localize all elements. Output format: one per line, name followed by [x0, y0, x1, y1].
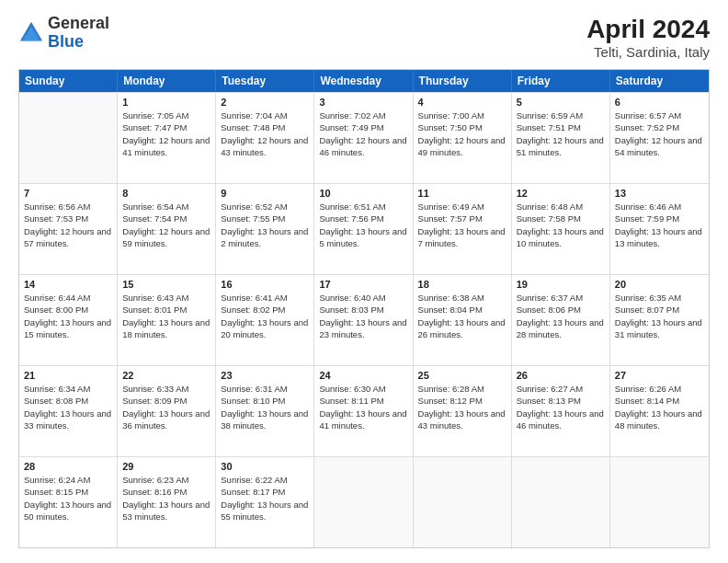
day-number: 8: [122, 188, 210, 199]
calendar-cell: 21Sunrise: 6:34 AM Sunset: 8:08 PM Dayli…: [19, 366, 118, 456]
calendar-body: 1Sunrise: 7:05 AM Sunset: 7:47 PM Daylig…: [19, 92, 709, 547]
calendar-header-cell: Tuesday: [216, 70, 314, 92]
calendar-cell: 3Sunrise: 7:02 AM Sunset: 7:49 PM Daylig…: [314, 93, 413, 183]
cell-info: Sunrise: 7:04 AM Sunset: 7:48 PM Dayligh…: [221, 109, 309, 158]
day-number: 11: [418, 188, 506, 199]
day-number: 18: [418, 279, 506, 290]
cell-info: Sunrise: 6:59 AM Sunset: 7:51 PM Dayligh…: [517, 109, 605, 158]
calendar-cell: 15Sunrise: 6:43 AM Sunset: 8:01 PM Dayli…: [118, 275, 216, 365]
logo: General Blue: [18, 15, 109, 52]
calendar-cell: 2Sunrise: 7:04 AM Sunset: 7:48 PM Daylig…: [216, 93, 314, 183]
cell-info: Sunrise: 6:24 AM Sunset: 8:15 PM Dayligh…: [24, 474, 112, 523]
calendar-cell: [610, 457, 709, 547]
cell-info: Sunrise: 6:22 AM Sunset: 8:17 PM Dayligh…: [221, 474, 309, 523]
page: General Blue April 2024 Telti, Sardinia,…: [0, 0, 728, 563]
calendar-header-cell: Wednesday: [314, 70, 413, 92]
calendar-cell: [19, 93, 118, 183]
cell-info: Sunrise: 6:35 AM Sunset: 8:07 PM Dayligh…: [615, 292, 704, 340]
cell-info: Sunrise: 6:28 AM Sunset: 8:12 PM Dayligh…: [418, 383, 506, 431]
day-number: 9: [221, 188, 309, 199]
calendar-header-cell: Saturday: [610, 70, 709, 92]
day-number: 4: [418, 97, 506, 108]
cell-info: Sunrise: 6:41 AM Sunset: 8:02 PM Dayligh…: [221, 292, 309, 340]
cell-info: Sunrise: 6:46 AM Sunset: 7:59 PM Dayligh…: [615, 201, 704, 249]
calendar-header-cell: Monday: [118, 70, 216, 92]
calendar-row: 28Sunrise: 6:24 AM Sunset: 8:15 PM Dayli…: [19, 456, 709, 547]
calendar-cell: 13Sunrise: 6:46 AM Sunset: 7:59 PM Dayli…: [610, 184, 709, 274]
logo-text: General Blue: [48, 15, 109, 52]
cell-info: Sunrise: 7:02 AM Sunset: 7:49 PM Dayligh…: [319, 109, 407, 158]
calendar-cell: 18Sunrise: 6:38 AM Sunset: 8:04 PM Dayli…: [414, 275, 512, 365]
calendar-cell: 20Sunrise: 6:35 AM Sunset: 8:07 PM Dayli…: [610, 275, 709, 365]
calendar-cell: 5Sunrise: 6:59 AM Sunset: 7:51 PM Daylig…: [512, 93, 610, 183]
cell-info: Sunrise: 6:48 AM Sunset: 7:58 PM Dayligh…: [517, 201, 605, 249]
day-number: 14: [24, 279, 112, 290]
cell-info: Sunrise: 6:23 AM Sunset: 8:16 PM Dayligh…: [122, 474, 210, 523]
calendar-cell: 23Sunrise: 6:31 AM Sunset: 8:10 PM Dayli…: [216, 366, 314, 456]
calendar-cell: 14Sunrise: 6:44 AM Sunset: 8:00 PM Dayli…: [19, 275, 118, 365]
day-number: 22: [122, 370, 210, 381]
calendar-header-cell: Thursday: [414, 70, 512, 92]
calendar-cell: 25Sunrise: 6:28 AM Sunset: 8:12 PM Dayli…: [414, 366, 512, 456]
cell-info: Sunrise: 6:33 AM Sunset: 8:09 PM Dayligh…: [122, 383, 210, 431]
cell-info: Sunrise: 6:40 AM Sunset: 8:03 PM Dayligh…: [319, 292, 407, 340]
cell-info: Sunrise: 6:34 AM Sunset: 8:08 PM Dayligh…: [24, 383, 112, 431]
cell-info: Sunrise: 6:27 AM Sunset: 8:13 PM Dayligh…: [517, 383, 605, 431]
calendar-cell: 30Sunrise: 6:22 AM Sunset: 8:17 PM Dayli…: [216, 457, 314, 547]
calendar-cell: 29Sunrise: 6:23 AM Sunset: 8:16 PM Dayli…: [118, 457, 216, 547]
page-title: April 2024: [586, 15, 710, 44]
cell-info: Sunrise: 6:26 AM Sunset: 8:14 PM Dayligh…: [615, 383, 704, 431]
cell-info: Sunrise: 6:38 AM Sunset: 8:04 PM Dayligh…: [418, 292, 506, 340]
calendar-header-cell: Friday: [512, 70, 610, 92]
cell-info: Sunrise: 6:57 AM Sunset: 7:52 PM Dayligh…: [615, 109, 704, 158]
cell-info: Sunrise: 6:51 AM Sunset: 7:56 PM Dayligh…: [319, 201, 407, 249]
cell-info: Sunrise: 6:43 AM Sunset: 8:01 PM Dayligh…: [122, 292, 210, 340]
calendar-cell: 28Sunrise: 6:24 AM Sunset: 8:15 PM Dayli…: [19, 457, 118, 547]
cell-info: Sunrise: 6:30 AM Sunset: 8:11 PM Dayligh…: [319, 383, 407, 431]
calendar-cell: 22Sunrise: 6:33 AM Sunset: 8:09 PM Dayli…: [118, 366, 216, 456]
calendar-cell: 19Sunrise: 6:37 AM Sunset: 8:06 PM Dayli…: [512, 275, 610, 365]
day-number: 24: [319, 370, 407, 381]
day-number: 16: [221, 279, 309, 290]
calendar-row: 14Sunrise: 6:44 AM Sunset: 8:00 PM Dayli…: [19, 274, 709, 365]
calendar-cell: 17Sunrise: 6:40 AM Sunset: 8:03 PM Dayli…: [314, 275, 413, 365]
header: General Blue April 2024 Telti, Sardinia,…: [18, 15, 710, 60]
calendar-cell: 8Sunrise: 6:54 AM Sunset: 7:54 PM Daylig…: [118, 184, 216, 274]
calendar-cell: 11Sunrise: 6:49 AM Sunset: 7:57 PM Dayli…: [414, 184, 512, 274]
calendar-cell: 1Sunrise: 7:05 AM Sunset: 7:47 PM Daylig…: [118, 93, 216, 183]
day-number: 21: [24, 370, 112, 381]
calendar-cell: [314, 457, 413, 547]
day-number: 13: [615, 188, 704, 199]
day-number: 19: [517, 279, 605, 290]
calendar-header-cell: Sunday: [19, 70, 118, 92]
day-number: 15: [122, 279, 210, 290]
logo-icon: [18, 20, 44, 46]
cell-info: Sunrise: 6:31 AM Sunset: 8:10 PM Dayligh…: [221, 383, 309, 431]
day-number: 25: [418, 370, 506, 381]
cell-info: Sunrise: 7:00 AM Sunset: 7:50 PM Dayligh…: [418, 109, 506, 158]
day-number: 3: [319, 97, 407, 108]
calendar-row: 21Sunrise: 6:34 AM Sunset: 8:08 PM Dayli…: [19, 365, 709, 456]
page-subtitle: Telti, Sardinia, Italy: [586, 44, 710, 60]
cell-info: Sunrise: 6:49 AM Sunset: 7:57 PM Dayligh…: [418, 201, 506, 249]
day-number: 1: [122, 97, 210, 108]
cell-info: Sunrise: 6:54 AM Sunset: 7:54 PM Dayligh…: [122, 201, 210, 249]
calendar-cell: 10Sunrise: 6:51 AM Sunset: 7:56 PM Dayli…: [314, 184, 413, 274]
calendar-cell: [512, 457, 610, 547]
day-number: 29: [122, 461, 210, 472]
day-number: 20: [615, 279, 704, 290]
title-block: April 2024 Telti, Sardinia, Italy: [586, 15, 710, 60]
calendar-cell: [414, 457, 512, 547]
calendar-cell: 4Sunrise: 7:00 AM Sunset: 7:50 PM Daylig…: [414, 93, 512, 183]
day-number: 10: [319, 188, 407, 199]
calendar-cell: 6Sunrise: 6:57 AM Sunset: 7:52 PM Daylig…: [610, 93, 709, 183]
logo-blue: Blue: [48, 32, 84, 51]
day-number: 17: [319, 279, 407, 290]
day-number: 5: [517, 97, 605, 108]
calendar-cell: 7Sunrise: 6:56 AM Sunset: 7:53 PM Daylig…: [19, 184, 118, 274]
day-number: 12: [517, 188, 605, 199]
calendar-cell: 9Sunrise: 6:52 AM Sunset: 7:55 PM Daylig…: [216, 184, 314, 274]
calendar-row: 7Sunrise: 6:56 AM Sunset: 7:53 PM Daylig…: [19, 183, 709, 274]
day-number: 28: [24, 461, 112, 472]
calendar-cell: 16Sunrise: 6:41 AM Sunset: 8:02 PM Dayli…: [216, 275, 314, 365]
